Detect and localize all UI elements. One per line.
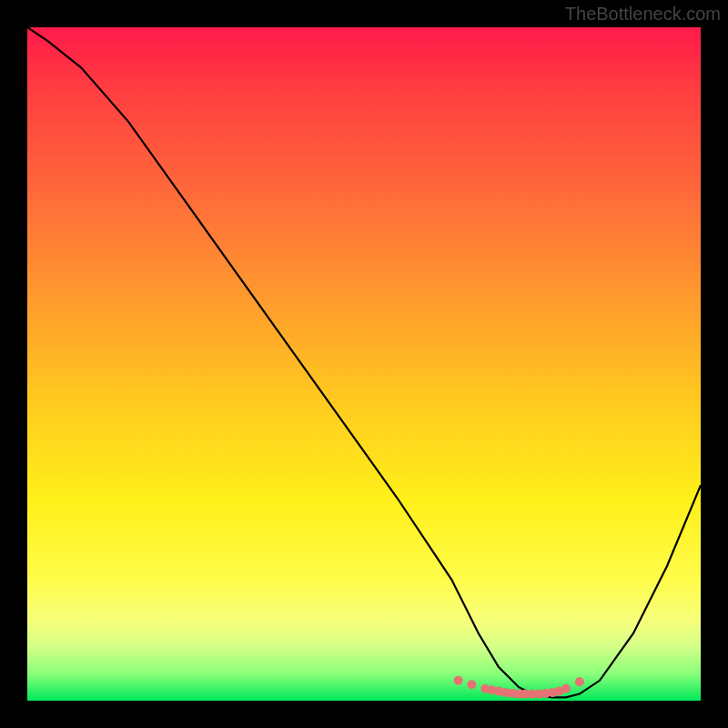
valley-dot <box>575 677 584 686</box>
watermark-text: TheBottleneck.com <box>565 4 721 25</box>
valley-dot <box>467 680 476 689</box>
curve-path <box>27 27 701 697</box>
chart-area <box>27 27 701 701</box>
valley-dot <box>454 676 463 685</box>
bottleneck-curve-svg <box>27 27 701 701</box>
valley-dot <box>561 684 571 693</box>
